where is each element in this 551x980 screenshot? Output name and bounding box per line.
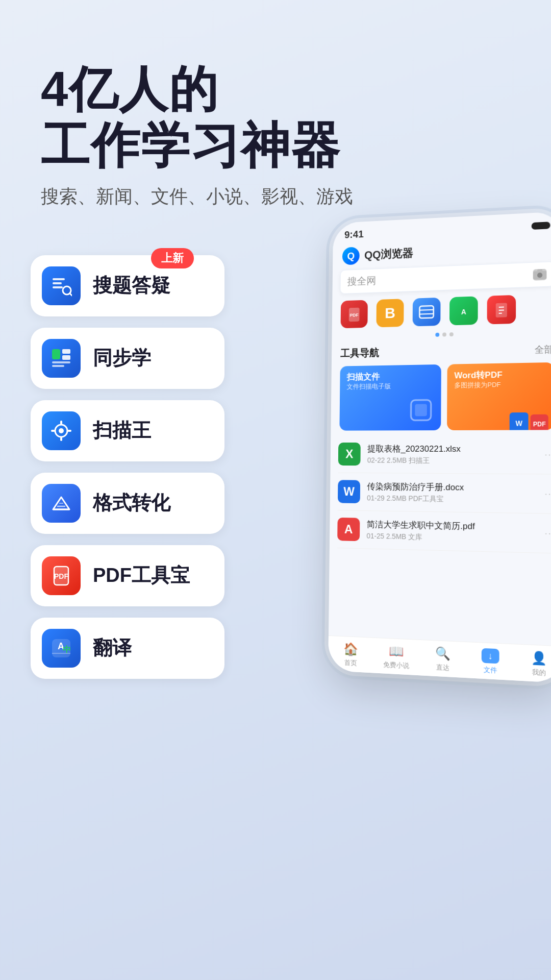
svg-rect-2	[53, 286, 63, 288]
feature-label-format-convert: 格式转化	[93, 490, 170, 516]
app-icon-yellow[interactable]: B	[376, 299, 404, 327]
zhida-icon: 🔍	[435, 646, 450, 661]
tool-nav-all[interactable]: 全部	[535, 343, 551, 356]
file-list: X 提取表格_20230221.xlsx 02-22 2.5MB 扫描王 ⋯ W…	[330, 435, 551, 553]
file-item-1[interactable]: W 传染病预防治疗手册.docx 01-29 2.5MB PDF工具宝 ⋯	[338, 473, 551, 513]
phone-time: 9:41	[344, 228, 364, 240]
svg-point-11	[59, 428, 64, 433]
svg-text:A: A	[461, 308, 466, 316]
nav-files[interactable]: ↓ 文件	[466, 647, 514, 676]
file-more-1[interactable]: ⋯	[544, 487, 551, 500]
phone-search-text: 搜全网	[347, 267, 533, 288]
nav-mine-label: 我的	[532, 668, 546, 678]
svg-rect-1	[53, 282, 62, 284]
feature-label-scan-king: 扫描王	[93, 418, 151, 444]
app-icon-green[interactable]: A	[449, 296, 478, 325]
nav-zhida-label: 直达	[436, 663, 449, 673]
feature-list: 上新 搜题答疑	[31, 255, 224, 679]
dot-1	[435, 333, 439, 337]
svg-rect-12	[60, 421, 62, 425]
dot-2	[442, 332, 446, 336]
phone-app-icons: PDF B A	[332, 293, 551, 334]
nav-home-label: 首页	[344, 658, 357, 668]
file-icon-docx: W	[338, 480, 360, 503]
tool-cards: 扫描文件 文件扫描电子版 Word转PDF 多图拼接为PDF	[339, 362, 551, 431]
app-icon-blue[interactable]	[413, 298, 441, 327]
novel-icon: 📖	[389, 644, 404, 659]
file-more-2[interactable]: ⋯	[544, 527, 551, 540]
svg-rect-13	[60, 437, 62, 441]
svg-line-34	[419, 313, 433, 314]
hero-section: 4亿人的 工作学习神器 搜索、新闻、文件、小说、影视、游戏	[0, 0, 551, 230]
nav-novel[interactable]: 📖 免费小说	[373, 643, 420, 671]
pdf-tool-icon: PDF	[42, 556, 81, 595]
phone-search-camera-icon	[533, 268, 547, 280]
nav-novel-label: 免费小说	[383, 660, 409, 671]
file-icon-xlsx: X	[338, 443, 361, 465]
hero-subtitle: 搜索、新闻、文件、小说、影视、游戏	[41, 184, 510, 209]
tool-navigation: 工具导航 全部 扫描文件 文件扫描电子版	[331, 339, 551, 436]
sync-study-icon	[42, 339, 81, 378]
file-more-0[interactable]: ⋯	[544, 448, 551, 461]
svg-rect-32	[419, 306, 433, 318]
tool-card-word[interactable]: Word转PDF 多图拼接为PDF W PDF	[447, 362, 551, 430]
file-icon-pdf: A	[337, 518, 360, 541]
phone-camera	[532, 222, 550, 230]
format-convert-icon	[42, 484, 81, 523]
file-info-1: 传染病预防治疗手册.docx 01-29 2.5MB PDF工具宝	[367, 481, 537, 505]
phone-mockup: 9:41 Q QQ浏览器 搜全网	[328, 211, 551, 683]
svg-line-4	[70, 293, 72, 296]
nav-home[interactable]: 🏠 首页	[328, 641, 373, 669]
file-item-2[interactable]: A 简洁大学生求职中文简历.pdf 01-25 2.5MB 文库 ⋯	[337, 510, 551, 553]
scan-king-icon	[42, 411, 81, 450]
badge-new: 上新	[151, 248, 194, 268]
svg-text:PDF: PDF	[350, 312, 359, 317]
qq-browser-logo: Q	[342, 247, 360, 265]
tool-card-word-text: Word转PDF 多图拼接为PDF	[454, 370, 502, 390]
file-meta-2: 01-25 2.5MB 文库	[366, 531, 537, 544]
nav-zhida[interactable]: 🔍 直达	[419, 645, 466, 674]
home-icon: 🏠	[343, 642, 358, 656]
tool-nav-header: 工具导航 全部	[340, 342, 551, 360]
app-icon-pdf[interactable]: PDF	[341, 300, 368, 328]
tool-card-scan-text: 扫描文件 文件扫描电子版	[346, 371, 391, 391]
svg-rect-15	[67, 430, 71, 432]
file-meta-0: 02-22 2.5MB 扫描王	[367, 456, 537, 465]
file-name-2: 简洁大学生求职中文简历.pdf	[367, 519, 537, 533]
app-icon-red2[interactable]	[487, 295, 516, 325]
file-name-1: 传染病预防治疗手册.docx	[367, 481, 537, 494]
svg-rect-7	[62, 355, 70, 360]
file-info-2: 简洁大学生求职中文简历.pdf 01-25 2.5MB 文库	[366, 519, 537, 545]
tool-nav-title: 工具导航	[340, 346, 379, 360]
feature-item-search-qa[interactable]: 上新 搜题答疑	[31, 255, 224, 316]
feature-item-pdf-tool[interactable]: PDF PDF工具宝	[31, 545, 224, 606]
svg-rect-0	[53, 278, 65, 280]
feature-item-translate[interactable]: A 中 翻译	[31, 618, 224, 679]
feature-item-sync-study[interactable]: 同步学	[31, 328, 224, 389]
feature-label-translate: 翻译	[93, 635, 132, 661]
dot-3	[449, 332, 454, 336]
feature-item-format-convert[interactable]: 格式转化	[31, 473, 224, 534]
features-section: 上新 搜题答疑	[0, 230, 551, 679]
svg-rect-14	[51, 430, 55, 432]
svg-text:中: 中	[63, 645, 71, 654]
qq-browser-title: QQ浏览器	[364, 246, 413, 262]
svg-rect-8	[52, 361, 70, 363]
svg-rect-29	[537, 268, 542, 271]
svg-rect-41	[415, 404, 427, 416]
feature-item-scan-king[interactable]: 扫描王	[31, 400, 224, 461]
svg-rect-9	[52, 365, 64, 367]
files-icon: ↓	[482, 648, 499, 664]
nav-mine[interactable]: 👤 我的	[514, 650, 551, 679]
file-meta-1: 01-29 2.5MB PDF工具宝	[367, 494, 537, 505]
feature-label-pdf-tool: PDF工具宝	[93, 562, 190, 589]
hero-title: 4亿人的 工作学习神器	[41, 61, 510, 174]
feature-label-sync-study: 同步学	[93, 345, 151, 371]
svg-line-33	[419, 310, 433, 310]
file-item-0[interactable]: X 提取表格_20230221.xlsx 02-22 2.5MB 扫描王 ⋯	[338, 435, 551, 474]
phone-screen: 9:41 Q QQ浏览器 搜全网	[328, 211, 551, 683]
svg-rect-6	[62, 349, 70, 354]
tool-card-scan[interactable]: 扫描文件 文件扫描电子版	[339, 364, 441, 431]
svg-rect-5	[52, 349, 60, 359]
search-qa-icon	[42, 266, 81, 305]
